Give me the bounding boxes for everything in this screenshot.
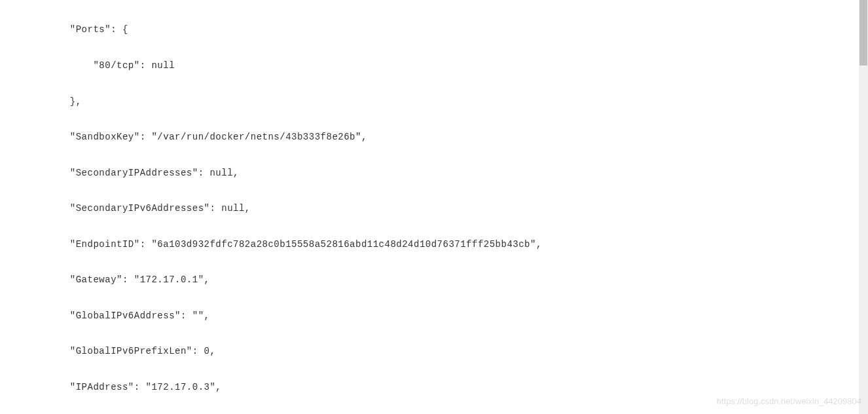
scrollbar[interactable] bbox=[859, 0, 868, 414]
scrollbar-thumb[interactable] bbox=[859, 0, 867, 66]
output-line: "IPAddress": "172.17.0.3", bbox=[0, 381, 868, 393]
output-line: "EndpointID": "6a103d932fdfc782a28c0b155… bbox=[0, 238, 868, 250]
output-line: "Gateway": "172.17.0.1", bbox=[0, 274, 868, 286]
output-line: "GlobalIPv6Address": "", bbox=[0, 310, 868, 322]
output-line: "SecondaryIPv6Addresses": null, bbox=[0, 202, 868, 214]
output-line: "SandboxKey": "/var/run/docker/netns/43b… bbox=[0, 131, 868, 143]
output-line: }, bbox=[0, 96, 868, 107]
output-line: "SecondaryIPAddresses": null, bbox=[0, 167, 868, 179]
output-line: "Ports": { bbox=[0, 24, 868, 35]
output-line: "GlobalIPv6PrefixLen": 0, bbox=[0, 345, 868, 357]
terminal-output[interactable]: "Ports": { "80/tcp": null }, "SandboxKey… bbox=[0, 0, 868, 414]
output-line: "80/tcp": null bbox=[0, 60, 868, 71]
